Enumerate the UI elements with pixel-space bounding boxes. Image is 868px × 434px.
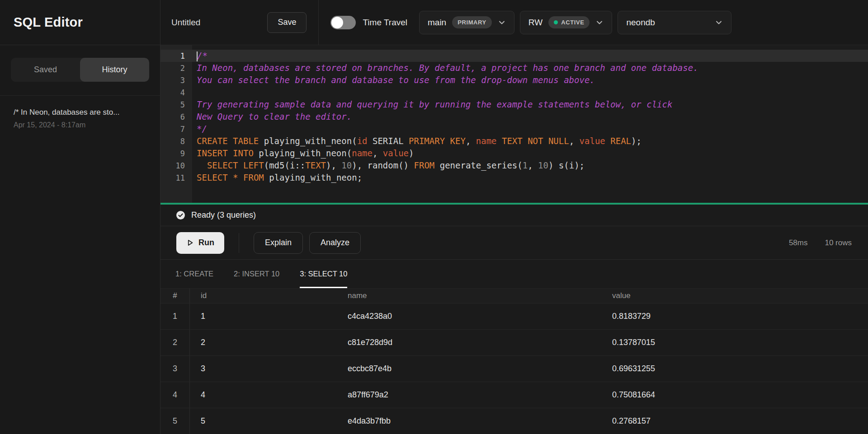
actions-divider <box>239 233 239 253</box>
line-code: In Neon, databases are stored on branche… <box>192 62 698 74</box>
explain-button[interactable]: Explain <box>254 232 303 254</box>
cell-value: 0.69631255 <box>601 364 868 373</box>
analyze-button[interactable]: Analyze <box>309 232 361 254</box>
editor-line[interactable]: 4 <box>160 86 868 98</box>
run-button[interactable]: Run <box>176 232 224 254</box>
database-selector[interactable]: neondb <box>618 11 731 34</box>
code-token: 10 <box>538 160 548 170</box>
code-token: ), <box>326 160 341 170</box>
editor-line[interactable]: 8CREATE TABLE playing_with_neon(id SERIA… <box>160 135 868 147</box>
line-code: INSERT INTO playing_with_neon(name, valu… <box>192 147 414 159</box>
history-list: /* In Neon, databases are sto...Apr 15, … <box>0 96 160 141</box>
cell-value: 0.13787015 <box>601 338 868 347</box>
query-duration: 58ms <box>789 238 808 247</box>
toggle-knob <box>331 17 343 28</box>
code-token: In Neon, databases are stored on branche… <box>197 63 698 73</box>
cell-name: c4ca4238a0 <box>337 312 601 321</box>
editor-line[interactable]: 1/* <box>160 50 868 62</box>
line-number: 7 <box>160 125 192 134</box>
line-number: 3 <box>160 76 192 85</box>
code-token <box>238 173 243 182</box>
cell-id: 5 <box>190 416 337 426</box>
editor-line[interactable]: 10 SELECT LEFT(md5(i::TEXT), 10), random… <box>160 159 868 172</box>
compute-selector[interactable]: RW ACTIVE <box>520 11 613 34</box>
editor-line[interactable]: 5Try generating sample data and querying… <box>160 98 868 111</box>
status-bar: Ready (3 queries) <box>160 205 868 226</box>
results-tab-1[interactable]: 1: CREATE <box>175 260 213 288</box>
editor-line[interactable]: 3You can select the branch and database … <box>160 74 868 86</box>
line-code: SELECT * FROM playing_with_neon; <box>192 172 362 184</box>
cell-row-num: 3 <box>160 356 190 382</box>
line-code: New Query to clear the editor. <box>192 111 352 123</box>
code-token: Try generating sample data and querying … <box>197 99 672 109</box>
line-code: */ <box>192 123 207 135</box>
line-code: CREATE TABLE playing_with_neon(id SERIAL… <box>192 135 642 147</box>
editor-line[interactable]: 9INSERT INTO playing_with_neon(name, val… <box>160 147 868 159</box>
sidebar-tabs: SavedHistory <box>0 45 160 96</box>
line-number: 9 <box>160 149 192 158</box>
results-tab-3[interactable]: 3: SELECT 10 <box>300 260 347 288</box>
code-token: , <box>569 136 580 146</box>
code-token: REAL <box>610 136 631 146</box>
ready-check-icon <box>176 210 185 220</box>
code-token: * <box>233 173 238 182</box>
code-token <box>197 160 207 170</box>
results-table-body: 11c4ca4238a00.818372922c81e728d9d0.13787… <box>160 303 868 434</box>
code-token: 1 <box>523 160 528 170</box>
cell-id: 3 <box>190 364 337 373</box>
table-row[interactable]: 22c81e728d9d0.13787015 <box>160 329 868 355</box>
column-header-name: name <box>337 291 601 300</box>
code-token: ); <box>631 136 642 146</box>
code-token: SERIAL <box>368 136 409 146</box>
branch-selector[interactable]: main PRIMARY <box>419 11 514 34</box>
code-token: New Query to clear the editor. <box>197 112 352 121</box>
save-button[interactable]: Save <box>267 12 307 33</box>
editor-line[interactable]: 6New Query to clear the editor. <box>160 111 868 123</box>
cell-value: 0.2768157 <box>601 416 868 426</box>
editor-line[interactable]: 2In Neon, databases are stored on branch… <box>160 62 868 74</box>
table-row[interactable]: 33eccbc87e4b0.69631255 <box>160 355 868 382</box>
code-token: playing_with_neon( <box>254 148 352 158</box>
code-token: , <box>373 148 383 158</box>
time-travel-toggle[interactable] <box>330 16 356 29</box>
code-token: FROM <box>243 173 264 182</box>
table-row[interactable]: 44a87ff679a20.75081664 <box>160 382 868 408</box>
cell-value: 0.8183729 <box>601 312 868 321</box>
saved-history-segmented-control: SavedHistory <box>11 58 149 82</box>
play-icon <box>186 239 194 247</box>
sidebar-tab-saved[interactable]: Saved <box>11 58 80 82</box>
table-row[interactable]: 11c4ca4238a00.8183729 <box>160 303 868 329</box>
history-item[interactable]: /* In Neon, databases are sto...Apr 15, … <box>14 107 146 129</box>
code-token <box>228 173 233 182</box>
code-editor[interactable]: 1/*2In Neon, databases are stored on bra… <box>160 45 868 203</box>
code-token: playing_with_neon( <box>259 136 357 146</box>
line-number: 10 <box>160 161 192 170</box>
code-token: , <box>528 160 538 170</box>
line-code: SELECT LEFT(md5(i::TEXT), 10), random() … <box>192 159 585 172</box>
cell-name: eccbc87e4b <box>337 364 601 373</box>
status-text: Ready (3 queries) <box>191 210 256 220</box>
line-number: 1 <box>160 51 192 61</box>
editor-line[interactable]: 7*/ <box>160 123 868 135</box>
cell-name: c81e728d9d <box>337 338 601 347</box>
code-token: id <box>357 136 368 146</box>
code-token: CREATE TABLE <box>197 136 259 146</box>
code-token: INSERT INTO <box>197 148 254 158</box>
results-tabs: 1: CREATE2: INSERT 103: SELECT 10 <box>160 260 868 289</box>
cell-id: 1 <box>190 312 337 321</box>
line-number: 8 <box>160 137 192 146</box>
sidebar-tab-history[interactable]: History <box>80 58 149 82</box>
results-tab-2[interactable]: 2: INSERT 10 <box>234 260 279 288</box>
code-token: FROM <box>414 160 435 170</box>
code-token: value <box>580 136 605 146</box>
compute-status-badge: ACTIVE <box>548 16 590 28</box>
sql-editor-app: SQL Editor SavedHistory /* In Neon, data… <box>0 0 868 434</box>
cell-name: a87ff679a2 <box>337 390 601 400</box>
results-panel: 1: CREATE2: INSERT 103: SELECT 10 #idnam… <box>160 260 868 434</box>
table-row[interactable]: 55e4da3b7fbb0.2768157 <box>160 408 868 434</box>
code-token: ) s(i); <box>548 160 585 170</box>
editor-line[interactable]: 11SELECT * FROM playing_with_neon; <box>160 172 868 184</box>
code-token: , <box>466 136 476 146</box>
code-token: name <box>476 136 497 146</box>
cell-row-num: 4 <box>160 382 190 408</box>
